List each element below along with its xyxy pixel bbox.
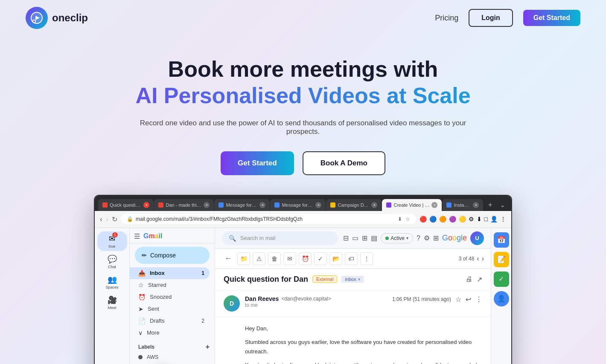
status-text: Active (390, 235, 405, 241)
gmail-nav-panel: ☰ Gmail ✏ Compose 📥 Inbox 1 ☆ (130, 228, 215, 364)
tab1-close[interactable]: × (143, 202, 149, 208)
nav-item-snoozed[interactable]: ⏰ Snoozed (130, 291, 210, 303)
print-button[interactable]: 🖨 (466, 275, 472, 283)
tab7-close[interactable]: × (473, 202, 479, 208)
view-icon-2[interactable]: ⊞ (362, 234, 367, 242)
label-aws[interactable]: AWS (130, 352, 215, 362)
browser-tab-2[interactable]: Dan - made this... × (154, 199, 214, 211)
extension-icon-6[interactable]: ⚙ (469, 216, 474, 222)
browser-tab-6-active[interactable]: Create Video | On... × (382, 199, 442, 211)
extension-icon-5[interactable]: 🟡 (459, 216, 466, 222)
extension-icon-1[interactable]: 🔴 (420, 216, 427, 222)
profile-icon[interactable]: 👤 (490, 216, 498, 222)
add-label-button[interactable]: + (206, 343, 210, 351)
view-icon-3[interactable]: ▤ (371, 234, 377, 242)
prev-email-button[interactable]: ‹ (477, 255, 479, 263)
nav-item-starred[interactable]: ☆ Starred (130, 279, 210, 291)
snoozed-label: Snoozed (150, 294, 204, 300)
star-email-button[interactable]: ☆ (455, 295, 461, 303)
calendar-app-icon[interactable]: 📅 (494, 232, 509, 248)
tab2-favicon (158, 202, 163, 208)
pricing-link[interactable]: Pricing (435, 14, 458, 23)
snooze-button[interactable]: ⏰ (299, 252, 312, 265)
delete-button[interactable]: 🗑 (268, 252, 281, 265)
tab6-close[interactable]: × (431, 202, 437, 208)
chat-icon: 💬 (108, 254, 117, 264)
tab4-close[interactable]: × (315, 202, 321, 208)
mark-unread-button[interactable]: ✉ (283, 252, 296, 265)
sidebar-meet-item[interactable]: 🎥 Meet (97, 293, 127, 312)
nav-item-drafts[interactable]: 📄 Drafts 2 (130, 315, 210, 327)
contacts-app-icon[interactable]: 👤 (494, 291, 509, 306)
nav-reload-button[interactable]: ↻ (112, 215, 117, 223)
email-time-area: 1:06 PM (51 minutes ago) ☆ ↩ ⋮ (392, 295, 482, 303)
bookmark-icon[interactable]: ⬇ (398, 216, 402, 222)
browser-tab-1[interactable]: Quick questio... × (98, 199, 154, 211)
label-azure[interactable]: Azure (130, 362, 215, 364)
address-bar: ‹ › ↻ 🔒 mail.google.com/mail/u/3/#inbox/… (95, 211, 511, 228)
more-options-icon[interactable]: ⋮ (500, 216, 506, 222)
hamburger-menu-icon[interactable]: ☰ (134, 232, 140, 240)
email-actions-right: 🖨 ↗ (466, 275, 482, 283)
extension-icon-3[interactable]: 🟠 (439, 216, 446, 222)
status-indicator[interactable]: Active ▾ (381, 233, 413, 243)
new-tab-button[interactable]: + (484, 201, 497, 209)
browser-tab-4[interactable]: Message for you × (270, 199, 326, 211)
nav-item-inbox[interactable]: 📥 Inbox 1 (130, 267, 210, 279)
browser-tab-7[interactable]: Instantly × (442, 199, 483, 211)
address-field[interactable]: 🔒 mail.google.com/mail/u/3/#inbox/FMfcgz… (121, 214, 416, 224)
next-email-button[interactable]: › (482, 255, 484, 263)
sidebar-spaces-item[interactable]: 👥 Spaces (97, 272, 127, 292)
label-button[interactable]: 🏷 (345, 252, 358, 265)
extension-icon-4[interactable]: 🟣 (449, 216, 456, 222)
more-icon: ∨ (138, 329, 143, 336)
help-icon[interactable]: ? (417, 234, 420, 242)
open-new-window-button[interactable]: ↗ (477, 275, 482, 283)
mail-badge: 1 (112, 232, 118, 237)
sidebar-chat-item[interactable]: 💬 Chat (97, 252, 127, 272)
tab1-label: Quick questio... (110, 202, 141, 208)
extension-icon-2[interactable]: 🔵 (429, 216, 437, 222)
email-subject-bar: Quick question for Dan External inbox × … (215, 269, 491, 290)
tab-overflow-button[interactable]: ⌄ (497, 202, 508, 208)
view-icon-1[interactable]: ▭ (352, 234, 358, 242)
settings-icon[interactable]: ⚙ (424, 234, 430, 242)
tab3-close[interactable]: × (259, 202, 265, 208)
move-to-button[interactable]: 📂 (329, 252, 342, 265)
login-button[interactable]: Login (469, 9, 513, 27)
keep-app-icon[interactable]: 📝 (494, 252, 509, 267)
sender-name: Dan Reeves (245, 295, 279, 302)
window-icon[interactable]: □ (484, 216, 488, 222)
search-input-container[interactable]: 🔍 Search in mail (222, 231, 338, 245)
star-icon[interactable]: ☆ (405, 216, 410, 222)
sidebar-mail-item[interactable]: ✉ 1 true (97, 231, 127, 251)
add-to-tasks-button[interactable]: ✓ (314, 252, 327, 265)
report-button[interactable]: ⚠ (253, 252, 265, 265)
tab5-close[interactable]: × (371, 202, 377, 208)
nav-forward-button[interactable]: › (106, 215, 108, 224)
compose-button[interactable]: ✏ Compose (135, 247, 210, 264)
get-started-hero-button[interactable]: Get Started (221, 151, 294, 175)
apps-icon[interactable]: ⊞ (433, 234, 439, 242)
archive-button[interactable]: 📁 (237, 252, 250, 265)
nav-item-more[interactable]: ∨ More (130, 327, 210, 339)
get-started-nav-button[interactable]: Get Started (523, 10, 580, 26)
labels-title: Labels (138, 344, 154, 350)
download-icon[interactable]: ⬇ (477, 216, 482, 222)
tasks-app-icon[interactable]: ✓ (494, 272, 509, 287)
inbox-badge-close[interactable]: × (358, 277, 361, 282)
filter-icon[interactable]: ⊟ (343, 234, 349, 242)
more-email-actions-button[interactable]: ⋮ (475, 295, 482, 303)
back-arrow-button[interactable]: ← (222, 252, 235, 265)
inbox-label: Inbox (150, 270, 197, 276)
nav-item-sent[interactable]: ➤ Sent (130, 303, 210, 315)
user-avatar[interactable]: U (470, 231, 484, 245)
nav-back-button[interactable]: ‹ (100, 215, 102, 224)
browser-tab-3[interactable]: Message for you × (214, 199, 270, 211)
tab2-close[interactable]: × (204, 202, 210, 208)
browser-tab-5[interactable]: Campaign Detai... × (326, 199, 382, 211)
more-actions-button[interactable]: ⋮ (360, 252, 373, 265)
sidebar-meet-label: Meet (108, 306, 116, 310)
reply-button[interactable]: ↩ (466, 295, 471, 303)
book-demo-button[interactable]: Book A Demo (303, 151, 385, 175)
